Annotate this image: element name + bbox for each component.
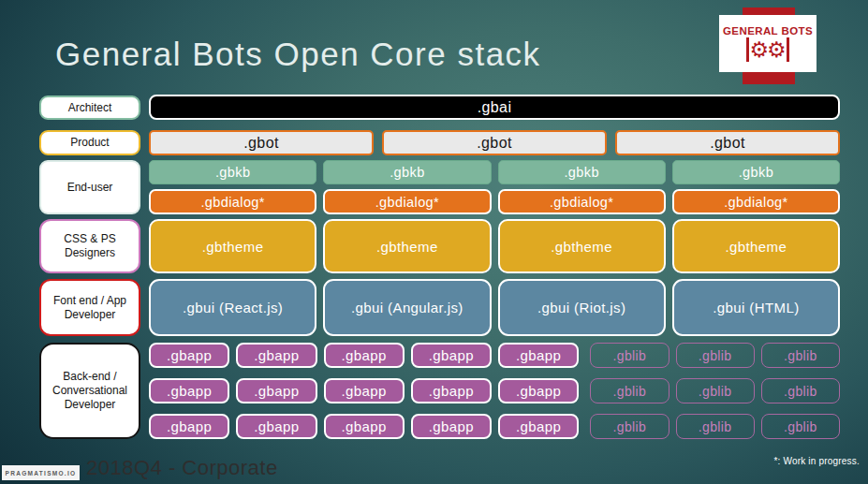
gears-icon: ⚙⚙	[745, 37, 789, 62]
gblib-box: .gblib	[761, 343, 840, 368]
row-gbai: .gbai	[149, 95, 840, 120]
gbai-box: .gbai	[149, 95, 840, 120]
gear-icon: ⚙	[749, 39, 769, 61]
gbapp-box: .gbapp	[498, 378, 579, 403]
gbapp-box: .gbapp	[149, 378, 229, 403]
gblib-box: .gblib	[590, 378, 669, 403]
gbapp-box: .gbapp	[411, 414, 492, 439]
slide-edition-label: 2018Q4 - Corporate	[86, 456, 278, 480]
gblib-box: .gblib	[590, 414, 669, 439]
gbot-box: .gbot	[382, 130, 607, 155]
gbapp-box: .gbapp	[498, 343, 579, 368]
gbapp-box: .gbapp	[411, 343, 492, 368]
row-backend-3: .gbapp .gbapp .gbapp .gbapp .gbapp .gbli…	[149, 414, 840, 439]
gblib-box: .gblib	[676, 343, 755, 368]
gbtheme-box: .gbtheme	[498, 219, 666, 273]
gbdialog-box: .gbdialog*	[498, 189, 666, 214]
row-gbui: .gbui (React.js) .gbui (Angular.js) .gbu…	[149, 279, 840, 336]
gbapp-box: .gbapp	[498, 414, 579, 439]
row-gbdialog: .gbdialog* .gbdialog* .gbdialog* .gbdial…	[149, 189, 840, 214]
gbapp-box: .gbapp	[411, 378, 492, 403]
gblib-box: .gblib	[761, 378, 840, 403]
role-label-designers: CSS & PS Designers	[39, 219, 140, 273]
role-label-architect: Architect	[39, 95, 140, 120]
row-backend-2: .gbapp .gbapp .gbapp .gbapp .gbapp .gbli…	[149, 378, 840, 403]
row-gbot: .gbot .gbot .gbot	[149, 130, 840, 155]
gbui-riot-box: .gbui (Riot.js)	[498, 279, 666, 336]
role-label-product: Product	[39, 130, 140, 155]
gbtheme-box: .gbtheme	[323, 219, 491, 273]
gbtheme-box: .gbtheme	[149, 219, 316, 273]
gbtheme-box: .gbtheme	[672, 219, 840, 273]
row-gbtheme: .gbtheme .gbtheme .gbtheme .gbtheme	[149, 219, 840, 273]
gblib-box: .gblib	[676, 414, 755, 439]
row-backend-1: .gbapp .gbapp .gbapp .gbapp .gbapp .gbli…	[149, 343, 840, 368]
gbkb-box: .gbkb	[498, 160, 666, 184]
gbapp-box: .gbapp	[324, 414, 405, 439]
gear-bar-right	[787, 37, 789, 62]
role-label-frontend-developer: Font end / App Developer	[39, 279, 140, 336]
slide-canvas: General Bots Open Core stack GENERAL BOT…	[0, 0, 868, 484]
gbdialog-box: .gbdialog*	[672, 189, 840, 214]
page-title: General Bots Open Core stack	[55, 36, 541, 73]
row-gbkb: .gbkb .gbkb .gbkb .gbkb	[149, 160, 840, 184]
gbui-angular-box: .gbui (Angular.js)	[323, 279, 491, 336]
gbapp-box: .gbapp	[236, 343, 316, 368]
gblib-box: .gblib	[761, 414, 840, 439]
gbapp-box: .gbapp	[149, 343, 229, 368]
gbapp-box: .gbapp	[324, 378, 405, 403]
role-label-end-user: End-user	[39, 160, 140, 214]
general-bots-logo: GENERAL BOTS ⚙⚙	[719, 15, 817, 72]
gbapp-box: .gbapp	[324, 343, 405, 368]
gbapp-box: .gbapp	[236, 378, 316, 403]
role-label-backend-developer: Back-end / Conversational Developer	[39, 343, 140, 439]
gbdialog-box: .gbdialog*	[323, 189, 491, 214]
gbot-box: .gbot	[615, 130, 840, 155]
gbkb-box: .gbkb	[149, 160, 316, 184]
logo-wordmark: GENERAL BOTS	[723, 25, 813, 37]
gblib-box: .gblib	[590, 343, 669, 368]
pragmatismo-logo: PRAGMATISMO.IO	[2, 465, 80, 480]
gbui-react-box: .gbui (React.js)	[149, 279, 316, 336]
gbapp-box: .gbapp	[236, 414, 316, 439]
gbkb-box: .gbkb	[672, 160, 840, 184]
gbkb-box: .gbkb	[323, 160, 491, 184]
gear-icon: ⚙	[767, 39, 787, 61]
gblib-box: .gblib	[676, 378, 755, 403]
gbdialog-box: .gbdialog*	[149, 189, 316, 214]
gbui-html-box: .gbui (HTML)	[672, 279, 840, 336]
gbot-box: .gbot	[149, 130, 374, 155]
gbapp-box: .gbapp	[149, 414, 229, 439]
work-in-progress-note: *: Work in progress.	[773, 456, 860, 466]
